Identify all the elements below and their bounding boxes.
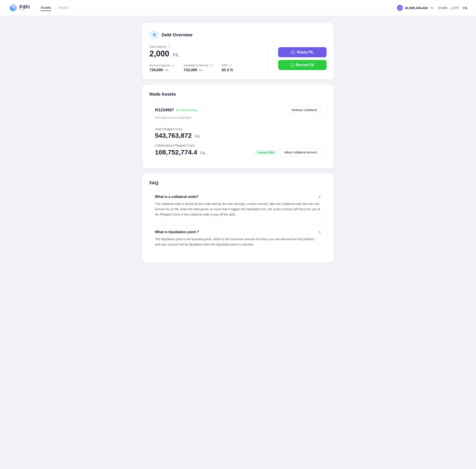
- node-card: f01234567 Collateralizing Release Collat…: [149, 101, 327, 161]
- faq-card: FAQ What is a collateral node? ∧ The col…: [142, 173, 334, 263]
- faq-question-text-1: What is liquidation point ?: [155, 230, 199, 234]
- faq-question-1[interactable]: What is liquidation point ? ∧: [155, 230, 321, 234]
- faq-title: FAQ: [149, 181, 327, 185]
- stats-row: Borrow Capacity i 734,000 FIL Available …: [149, 64, 257, 72]
- wallet-icon: [397, 5, 403, 11]
- faq-answer-0: The collateral node is bound by the node…: [155, 201, 321, 217]
- header-right: 34,945,334,434 FIL 0×00B.....2279 CN: [397, 5, 467, 11]
- wallet-address: 0×00B.....2279: [438, 6, 458, 10]
- borrow-capacity-stat: Borrow Capacity i 734,000 FIL: [149, 64, 175, 72]
- node-assets-card: Node Assets f01234567 Collateralizing Re…: [142, 85, 334, 168]
- debt-balance-label: Debt balance i: [149, 45, 257, 48]
- apr-info-icon[interactable]: i: [229, 64, 232, 67]
- status-dot-icon: [177, 109, 178, 111]
- node-header: f01234567 Collateralizing Release Collat…: [155, 106, 321, 114]
- collateral-amount-wrap: 108,752,774.4 FIL: [155, 149, 251, 156]
- collateral-actions: Locked 20% Adjust collateral amount: [254, 148, 321, 156]
- node-status-badge: Collateralizing: [177, 108, 197, 112]
- faq-item-1: What is liquidation point ? ∧ The liquid…: [149, 225, 327, 252]
- debt-amount-unit: FIL: [173, 52, 179, 57]
- node-id: f01234567: [155, 108, 174, 112]
- borrow-capacity-label: Borrow Capacity i: [149, 64, 175, 67]
- node-assets-title: Node Assets: [149, 92, 327, 97]
- repay-icon: [291, 50, 295, 54]
- faq-chevron-icon-1: ∧: [318, 230, 321, 234]
- total-pledged-amount: 543,763,872 FIL: [155, 132, 321, 139]
- main-content: Debt Overview Debt balance i 2,000 FIL B…: [139, 16, 337, 275]
- debt-header: Debt Overview: [149, 30, 327, 40]
- debt-overview-card: Debt Overview Debt balance i 2,000 FIL B…: [142, 23, 334, 79]
- apr-label: APR i: [221, 64, 233, 67]
- collateralized-label: Collateralized Pledged Coins: [155, 144, 321, 147]
- logo-text-block: FilFi filfi: [19, 4, 30, 12]
- borrow-capacity-value: 734,000 FIL: [149, 68, 175, 72]
- debt-icon: [149, 30, 159, 40]
- nav-assets[interactable]: Assets: [41, 5, 51, 11]
- debt-title: Debt Overview: [162, 33, 192, 37]
- logo: FilFi filfi: [9, 3, 30, 12]
- wallet-amount: 34,945,334,434: [405, 6, 428, 10]
- debt-balance-info-icon[interactable]: i: [168, 45, 171, 48]
- repay-fil-button[interactable]: Repay FIL: [278, 47, 327, 57]
- available-borrow-info-icon[interactable]: i: [210, 64, 213, 67]
- node-divider: [155, 124, 321, 124]
- debt-amount-value: 2,000: [149, 49, 169, 58]
- locked-badge: Locked 20%: [254, 150, 277, 155]
- adjust-collateral-button[interactable]: Adjust collateral amount: [280, 148, 321, 156]
- wallet-balance-display: 34,945,334,434 FIL: [397, 5, 434, 11]
- debt-body: Debt balance i 2,000 FIL Borrow Capacity…: [149, 45, 327, 72]
- apr-stat: APR i 20.3 %: [221, 64, 233, 72]
- faq-question-text-0: What is a collateral node?: [155, 195, 198, 199]
- faq-chevron-icon-0: ∧: [318, 195, 321, 199]
- release-collateral-button[interactable]: Release Collateral: [288, 106, 321, 114]
- available-to-borrow-value: 732,000 FIL: [183, 68, 213, 72]
- debt-actions: Repay FIL Borrow FIL: [278, 45, 327, 72]
- node-id-row: f01234567 Collateralizing: [155, 108, 197, 112]
- collateralized-amount: 108,752,774.4 FIL: [155, 149, 251, 156]
- available-to-borrow-stat: Available to Borrow i 732,000 FIL: [183, 64, 213, 72]
- faq-answer-1: The liquidation point is the borrowing l…: [155, 237, 321, 247]
- wallet-currency: FIL: [430, 6, 434, 9]
- debt-amount-display: 2,000 FIL: [149, 49, 257, 58]
- borrow-fil-button[interactable]: Borrow FIL: [278, 60, 327, 70]
- faq-item-0: What is a collateral node? ∧ The collate…: [149, 190, 327, 222]
- nav-market[interactable]: Market: [58, 5, 69, 11]
- debt-left: Debt balance i 2,000 FIL Borrow Capacity…: [149, 45, 257, 72]
- language-selector[interactable]: CN: [463, 6, 467, 10]
- node-expiry: 540 days to sector expiration: [155, 116, 321, 119]
- borrow-icon: [290, 63, 294, 67]
- faq-question-0[interactable]: What is a collateral node? ∧: [155, 195, 321, 199]
- header: FilFi filfi Assets Market 34,945,334,434…: [0, 0, 476, 16]
- logo-icon: [9, 3, 18, 12]
- collateral-row: 108,752,774.4 FIL Locked 20% Adjust coll…: [155, 148, 321, 156]
- available-to-borrow-label: Available to Borrow i: [183, 64, 213, 67]
- apr-value: 20.3 %: [221, 68, 233, 72]
- total-pledged-label: Total Pledged Coins: [155, 127, 321, 131]
- borrow-capacity-info-icon[interactable]: i: [172, 64, 175, 67]
- main-nav: Assets Market: [41, 5, 397, 11]
